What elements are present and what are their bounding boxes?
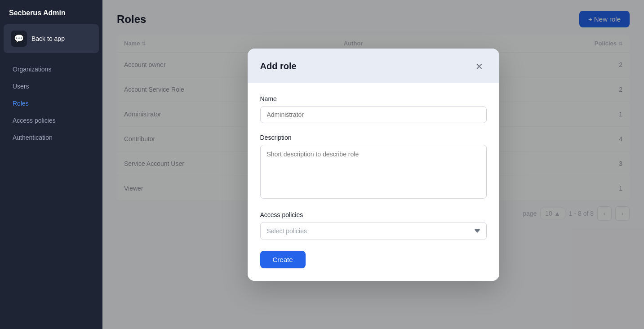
name-label: Name: [260, 95, 487, 102]
modal-body: Name Description Access policies Select …: [248, 83, 499, 281]
sidebar-item-authentication[interactable]: Authentication: [4, 129, 99, 146]
app-icon: 💬: [11, 31, 27, 47]
modal-title: Add role: [260, 61, 297, 71]
app-title: Secberus Admin: [0, 0, 102, 24]
modal-close-button[interactable]: ✕: [472, 59, 487, 74]
create-button[interactable]: Create: [260, 251, 306, 268]
name-input[interactable]: [260, 106, 487, 123]
back-to-app-label: Back to app: [31, 35, 65, 42]
description-field-group: Description: [260, 134, 487, 200]
sidebar-nav: Organizations Users Roles Access policie…: [0, 60, 102, 147]
access-policies-select[interactable]: Select policies: [260, 222, 487, 240]
name-field-group: Name: [260, 95, 487, 123]
sidebar-item-organizations[interactable]: Organizations: [4, 61, 99, 77]
modal-overlay: Add role ✕ Name Description Access polic…: [102, 0, 644, 329]
description-input[interactable]: [260, 145, 487, 199]
description-label: Description: [260, 134, 487, 141]
add-role-modal: Add role ✕ Name Description Access polic…: [248, 49, 499, 281]
modal-header: Add role ✕: [248, 49, 499, 83]
sidebar-item-access-policies[interactable]: Access policies: [4, 112, 99, 129]
sidebar-item-users[interactable]: Users: [4, 78, 99, 94]
back-to-app-button[interactable]: 💬 Back to app: [4, 24, 99, 53]
sidebar: Secberus Admin 💬 Back to app Organizatio…: [0, 0, 102, 329]
main-content: Roles + New role Name⇅ Author Policies⇅ …: [102, 0, 644, 329]
access-policies-field-group: Access policies Select policies: [260, 211, 487, 240]
access-policies-label: Access policies: [260, 211, 487, 218]
sidebar-item-roles[interactable]: Roles: [4, 95, 99, 111]
